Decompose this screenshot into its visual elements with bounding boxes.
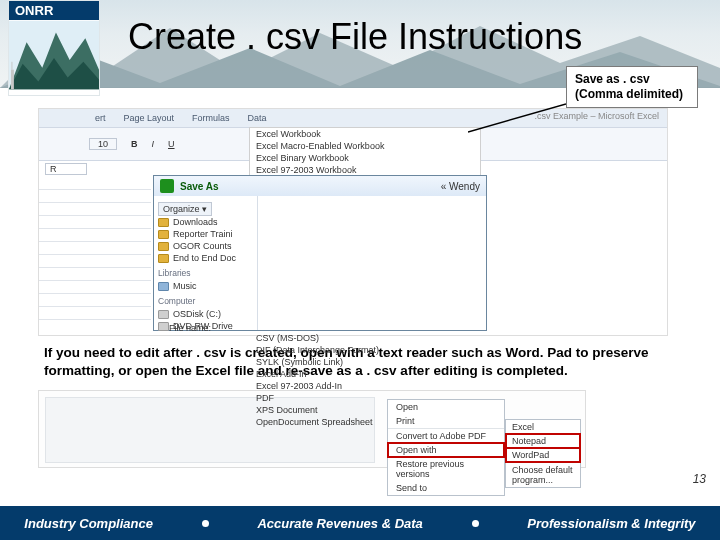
sidebar-item[interactable]: Reporter Traini bbox=[173, 229, 233, 239]
ribbon-tab: Page Layout bbox=[124, 113, 175, 123]
file-type-option[interactable]: SYLK (Symbolic Link) bbox=[250, 356, 480, 368]
ribbon-tab: Data bbox=[248, 113, 267, 123]
organize-button[interactable]: Organize ▾ bbox=[158, 202, 212, 216]
footer-left: Industry Compliance bbox=[24, 516, 153, 531]
save-icon bbox=[160, 179, 174, 193]
save-as-title-text: Save As bbox=[180, 181, 219, 192]
callout-text: Save as . csv (Comma delimited) bbox=[575, 72, 683, 101]
save-as-path: « Wendy bbox=[441, 181, 480, 192]
sidebar-item[interactable]: OSDisk (C:) bbox=[173, 309, 221, 319]
ribbon-tab: ert bbox=[95, 113, 106, 123]
submenu-item-notepad[interactable]: Notepad bbox=[506, 434, 580, 448]
footer-center: Accurate Revenues & Data bbox=[257, 516, 422, 531]
context-menu-open-with[interactable]: Open with bbox=[388, 443, 504, 457]
svg-line-7 bbox=[468, 104, 566, 132]
drive-icon bbox=[158, 310, 169, 319]
context-menu-item[interactable]: Convert to Adobe PDF bbox=[388, 428, 504, 443]
sidebar-computer-header: Computer bbox=[158, 296, 253, 306]
sidebar-item[interactable]: Downloads bbox=[173, 217, 218, 227]
dvd-icon bbox=[158, 322, 169, 331]
folder-icon bbox=[158, 230, 169, 239]
file-type-option[interactable]: Excel Workbook bbox=[250, 128, 480, 140]
slide-title: Create . csv File Instructions bbox=[128, 16, 582, 58]
excel-gridlines bbox=[39, 177, 151, 320]
sidebar-item[interactable]: OGOR Counts bbox=[173, 241, 232, 251]
screenshot-excel-saveas: .csv Example – Microsoft Excel ert Page … bbox=[38, 108, 668, 336]
footer-right: Professionalism & Integrity bbox=[527, 516, 695, 531]
callout-box: Save as . csv (Comma delimited) bbox=[566, 66, 698, 108]
file-type-option[interactable]: Excel Add-In bbox=[250, 368, 480, 380]
cell-reference: R bbox=[45, 163, 87, 175]
submenu-item[interactable]: Excel bbox=[506, 420, 580, 434]
footer-separator-dot bbox=[202, 520, 209, 527]
context-submenu[interactable]: Excel Notepad WordPad Choose default pro… bbox=[505, 419, 581, 488]
font-size-box: 10 bbox=[89, 138, 117, 150]
folder-icon bbox=[158, 242, 169, 251]
onrr-logo: ONRR bbox=[8, 0, 100, 96]
file-type-option[interactable]: Excel Macro-Enabled Workbook bbox=[250, 140, 480, 152]
page-number: 13 bbox=[693, 472, 706, 486]
sidebar-libraries-header: Libraries bbox=[158, 268, 253, 278]
sidebar-item[interactable]: Music bbox=[173, 281, 197, 291]
context-menu-item[interactable]: Restore previous versions bbox=[388, 457, 504, 481]
onrr-logo-text: ONRR bbox=[9, 1, 99, 20]
submenu-item[interactable]: Choose default program... bbox=[506, 462, 580, 487]
file-type-option[interactable]: XPS Document bbox=[250, 404, 480, 416]
file-type-option[interactable]: OpenDocument Spreadsheet bbox=[250, 416, 480, 428]
file-type-option[interactable]: DIF (Data Interchange Format) bbox=[250, 344, 480, 356]
file-type-option[interactable]: PDF bbox=[250, 392, 480, 404]
folder-icon bbox=[158, 254, 169, 263]
filename-label: File name: bbox=[169, 323, 211, 333]
onrr-logo-art bbox=[9, 20, 99, 90]
folder-icon bbox=[158, 218, 169, 227]
file-type-option[interactable]: Excel 97-2003 Add-In bbox=[250, 380, 480, 392]
sidebar-item[interactable]: End to End Doc bbox=[173, 253, 236, 263]
file-type-option[interactable]: CSV (MS-DOS) bbox=[250, 332, 480, 344]
save-as-sidebar: Organize ▾ Downloads Reporter Traini OGO… bbox=[154, 196, 258, 330]
file-type-option[interactable]: Excel Binary Workbook bbox=[250, 152, 480, 164]
svg-rect-5 bbox=[11, 70, 14, 90]
context-menu-item[interactable]: Send to bbox=[388, 481, 504, 495]
save-as-titlebar: Save As « Wendy bbox=[154, 176, 486, 196]
save-as-main-area bbox=[258, 196, 486, 330]
callout-leader-line bbox=[468, 102, 566, 134]
footer-bar: Industry Compliance Accurate Revenues & … bbox=[0, 506, 720, 540]
submenu-item-wordpad[interactable]: WordPad bbox=[506, 448, 580, 462]
footer-separator-dot bbox=[472, 520, 479, 527]
ribbon-tab: Formulas bbox=[192, 113, 230, 123]
save-as-dialog: Save As « Wendy Organize ▾ Downloads Rep… bbox=[153, 175, 487, 331]
library-icon bbox=[158, 282, 169, 291]
